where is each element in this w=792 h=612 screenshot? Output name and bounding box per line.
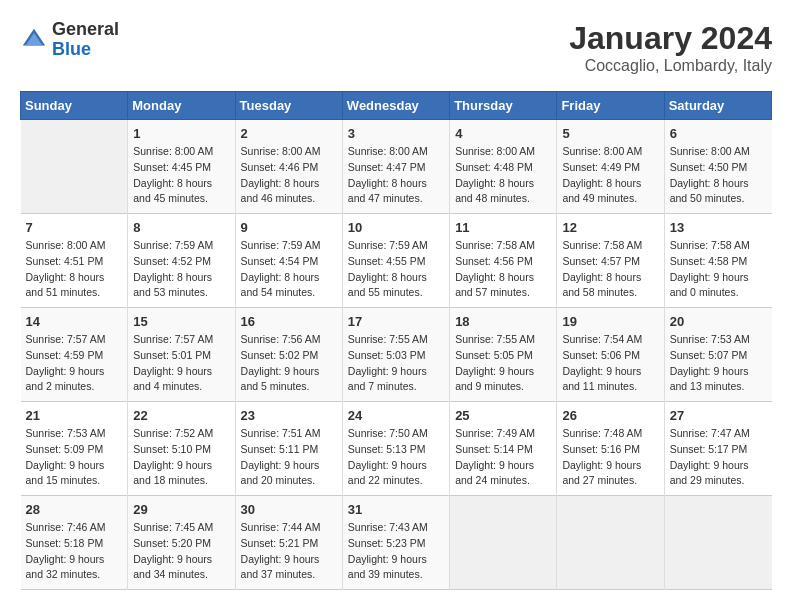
calendar-week-row: 7Sunrise: 8:00 AMSunset: 4:51 PMDaylight… xyxy=(21,214,772,308)
calendar-subtitle: Coccaglio, Lombardy, Italy xyxy=(569,57,772,75)
calendar-cell: 27Sunrise: 7:47 AMSunset: 5:17 PMDayligh… xyxy=(664,402,771,496)
calendar-cell xyxy=(450,496,557,590)
day-header-sunday: Sunday xyxy=(21,92,128,120)
calendar-cell: 10Sunrise: 7:59 AMSunset: 4:55 PMDayligh… xyxy=(342,214,449,308)
calendar-cell: 14Sunrise: 7:57 AMSunset: 4:59 PMDayligh… xyxy=(21,308,128,402)
calendar-week-row: 1Sunrise: 8:00 AMSunset: 4:45 PMDaylight… xyxy=(21,120,772,214)
calendar-cell: 29Sunrise: 7:45 AMSunset: 5:20 PMDayligh… xyxy=(128,496,235,590)
logo-blue: Blue xyxy=(52,39,91,59)
day-info: Sunrise: 7:56 AMSunset: 5:02 PMDaylight:… xyxy=(241,332,337,395)
day-number: 23 xyxy=(241,408,337,423)
calendar-cell: 1Sunrise: 8:00 AMSunset: 4:45 PMDaylight… xyxy=(128,120,235,214)
calendar-cell xyxy=(664,496,771,590)
calendar-cell: 3Sunrise: 8:00 AMSunset: 4:47 PMDaylight… xyxy=(342,120,449,214)
calendar-cell: 2Sunrise: 8:00 AMSunset: 4:46 PMDaylight… xyxy=(235,120,342,214)
calendar-cell: 24Sunrise: 7:50 AMSunset: 5:13 PMDayligh… xyxy=(342,402,449,496)
day-info: Sunrise: 7:51 AMSunset: 5:11 PMDaylight:… xyxy=(241,426,337,489)
day-number: 19 xyxy=(562,314,658,329)
day-info: Sunrise: 8:00 AMSunset: 4:46 PMDaylight:… xyxy=(241,144,337,207)
calendar-cell: 8Sunrise: 7:59 AMSunset: 4:52 PMDaylight… xyxy=(128,214,235,308)
calendar-cell: 15Sunrise: 7:57 AMSunset: 5:01 PMDayligh… xyxy=(128,308,235,402)
day-number: 6 xyxy=(670,126,767,141)
calendar-cell: 23Sunrise: 7:51 AMSunset: 5:11 PMDayligh… xyxy=(235,402,342,496)
day-number: 18 xyxy=(455,314,551,329)
calendar-cell: 6Sunrise: 8:00 AMSunset: 4:50 PMDaylight… xyxy=(664,120,771,214)
logo: General Blue xyxy=(20,20,119,60)
day-number: 25 xyxy=(455,408,551,423)
logo-text: General Blue xyxy=(52,20,119,60)
day-header-friday: Friday xyxy=(557,92,664,120)
day-info: Sunrise: 7:57 AMSunset: 5:01 PMDaylight:… xyxy=(133,332,229,395)
day-number: 29 xyxy=(133,502,229,517)
day-number: 21 xyxy=(26,408,123,423)
calendar-cell: 12Sunrise: 7:58 AMSunset: 4:57 PMDayligh… xyxy=(557,214,664,308)
calendar-cell: 28Sunrise: 7:46 AMSunset: 5:18 PMDayligh… xyxy=(21,496,128,590)
day-info: Sunrise: 7:58 AMSunset: 4:56 PMDaylight:… xyxy=(455,238,551,301)
day-info: Sunrise: 8:00 AMSunset: 4:51 PMDaylight:… xyxy=(26,238,123,301)
day-info: Sunrise: 7:52 AMSunset: 5:10 PMDaylight:… xyxy=(133,426,229,489)
day-info: Sunrise: 7:46 AMSunset: 5:18 PMDaylight:… xyxy=(26,520,123,583)
calendar-cell: 16Sunrise: 7:56 AMSunset: 5:02 PMDayligh… xyxy=(235,308,342,402)
logo-icon xyxy=(20,26,48,54)
day-number: 11 xyxy=(455,220,551,235)
day-number: 20 xyxy=(670,314,767,329)
calendar-cell: 9Sunrise: 7:59 AMSunset: 4:54 PMDaylight… xyxy=(235,214,342,308)
day-number: 16 xyxy=(241,314,337,329)
calendar-cell: 22Sunrise: 7:52 AMSunset: 5:10 PMDayligh… xyxy=(128,402,235,496)
calendar-cell: 4Sunrise: 8:00 AMSunset: 4:48 PMDaylight… xyxy=(450,120,557,214)
day-info: Sunrise: 7:48 AMSunset: 5:16 PMDaylight:… xyxy=(562,426,658,489)
day-number: 8 xyxy=(133,220,229,235)
day-number: 22 xyxy=(133,408,229,423)
day-number: 14 xyxy=(26,314,123,329)
day-number: 30 xyxy=(241,502,337,517)
day-info: Sunrise: 7:49 AMSunset: 5:14 PMDaylight:… xyxy=(455,426,551,489)
day-info: Sunrise: 8:00 AMSunset: 4:50 PMDaylight:… xyxy=(670,144,767,207)
day-info: Sunrise: 7:59 AMSunset: 4:54 PMDaylight:… xyxy=(241,238,337,301)
day-number: 12 xyxy=(562,220,658,235)
calendar-cell: 5Sunrise: 8:00 AMSunset: 4:49 PMDaylight… xyxy=(557,120,664,214)
calendar-cell: 18Sunrise: 7:55 AMSunset: 5:05 PMDayligh… xyxy=(450,308,557,402)
day-info: Sunrise: 7:53 AMSunset: 5:07 PMDaylight:… xyxy=(670,332,767,395)
day-number: 7 xyxy=(26,220,123,235)
title-block: January 2024 Coccaglio, Lombardy, Italy xyxy=(569,20,772,75)
day-number: 31 xyxy=(348,502,444,517)
calendar-week-row: 21Sunrise: 7:53 AMSunset: 5:09 PMDayligh… xyxy=(21,402,772,496)
day-info: Sunrise: 8:00 AMSunset: 4:45 PMDaylight:… xyxy=(133,144,229,207)
calendar-cell: 17Sunrise: 7:55 AMSunset: 5:03 PMDayligh… xyxy=(342,308,449,402)
day-number: 27 xyxy=(670,408,767,423)
calendar-cell: 7Sunrise: 8:00 AMSunset: 4:51 PMDaylight… xyxy=(21,214,128,308)
day-number: 28 xyxy=(26,502,123,517)
calendar-cell: 20Sunrise: 7:53 AMSunset: 5:07 PMDayligh… xyxy=(664,308,771,402)
day-number: 26 xyxy=(562,408,658,423)
calendar-week-row: 14Sunrise: 7:57 AMSunset: 4:59 PMDayligh… xyxy=(21,308,772,402)
day-info: Sunrise: 7:55 AMSunset: 5:05 PMDaylight:… xyxy=(455,332,551,395)
day-info: Sunrise: 7:45 AMSunset: 5:20 PMDaylight:… xyxy=(133,520,229,583)
calendar-cell: 19Sunrise: 7:54 AMSunset: 5:06 PMDayligh… xyxy=(557,308,664,402)
day-header-tuesday: Tuesday xyxy=(235,92,342,120)
day-info: Sunrise: 7:53 AMSunset: 5:09 PMDaylight:… xyxy=(26,426,123,489)
day-number: 5 xyxy=(562,126,658,141)
calendar-cell: 25Sunrise: 7:49 AMSunset: 5:14 PMDayligh… xyxy=(450,402,557,496)
day-info: Sunrise: 7:59 AMSunset: 4:52 PMDaylight:… xyxy=(133,238,229,301)
day-info: Sunrise: 7:57 AMSunset: 4:59 PMDaylight:… xyxy=(26,332,123,395)
calendar-cell: 11Sunrise: 7:58 AMSunset: 4:56 PMDayligh… xyxy=(450,214,557,308)
day-info: Sunrise: 7:59 AMSunset: 4:55 PMDaylight:… xyxy=(348,238,444,301)
day-info: Sunrise: 7:50 AMSunset: 5:13 PMDaylight:… xyxy=(348,426,444,489)
day-number: 24 xyxy=(348,408,444,423)
calendar-title: January 2024 xyxy=(569,20,772,57)
day-info: Sunrise: 7:58 AMSunset: 4:57 PMDaylight:… xyxy=(562,238,658,301)
day-info: Sunrise: 7:43 AMSunset: 5:23 PMDaylight:… xyxy=(348,520,444,583)
calendar-cell: 13Sunrise: 7:58 AMSunset: 4:58 PMDayligh… xyxy=(664,214,771,308)
day-header-saturday: Saturday xyxy=(664,92,771,120)
logo-general: General xyxy=(52,19,119,39)
page-header: General Blue January 2024 Coccaglio, Lom… xyxy=(20,20,772,75)
day-info: Sunrise: 7:47 AMSunset: 5:17 PMDaylight:… xyxy=(670,426,767,489)
calendar-header-row: SundayMondayTuesdayWednesdayThursdayFrid… xyxy=(21,92,772,120)
day-header-thursday: Thursday xyxy=(450,92,557,120)
day-header-monday: Monday xyxy=(128,92,235,120)
calendar-cell: 31Sunrise: 7:43 AMSunset: 5:23 PMDayligh… xyxy=(342,496,449,590)
day-info: Sunrise: 7:44 AMSunset: 5:21 PMDaylight:… xyxy=(241,520,337,583)
day-info: Sunrise: 7:54 AMSunset: 5:06 PMDaylight:… xyxy=(562,332,658,395)
day-number: 3 xyxy=(348,126,444,141)
day-info: Sunrise: 7:58 AMSunset: 4:58 PMDaylight:… xyxy=(670,238,767,301)
